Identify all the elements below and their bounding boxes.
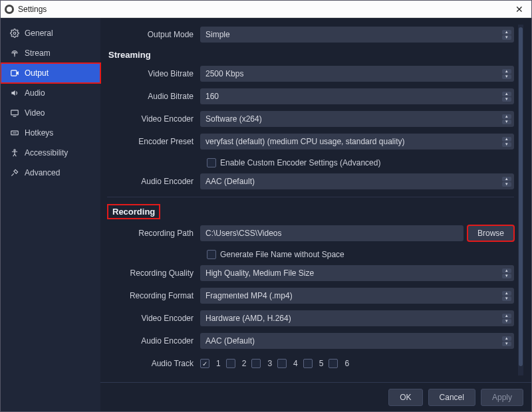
audio-track-group: ✓1 2 3 4 5 6 (200, 359, 514, 368)
sidebar: General Stream Output Audio Video Hotkey… (1, 18, 100, 411)
audio-track-label: Audio Track (107, 359, 200, 368)
audio-track-5-label: 5 (319, 359, 324, 368)
chevron-down-icon: ▾ (502, 120, 511, 124)
svg-rect-3 (11, 70, 17, 76)
sidebar-item-label: Audio (25, 88, 45, 98)
chevron-up-icon: ▴ (502, 177, 511, 181)
chevron-up-icon: ▴ (502, 336, 511, 341)
sidebar-item-video[interactable]: Video (1, 103, 100, 123)
chevron-up-icon: ▴ (502, 314, 511, 318)
sidebar-item-audio[interactable]: Audio (1, 83, 100, 103)
audio-track-4-checkbox[interactable] (277, 359, 287, 368)
gen-filename-label: Generate File Name without Space (220, 250, 344, 259)
sidebar-item-label: Accessibility (25, 148, 68, 157)
main-panel: Output Mode Simple ▴▾ Streaming Video Bi… (100, 18, 531, 382)
sidebar-item-advanced[interactable]: Advanced (1, 163, 100, 183)
audio-track-1-label: 1 (216, 359, 221, 368)
scrollbar[interactable] (518, 25, 523, 375)
enable-custom-encoder-checkbox[interactable] (207, 158, 216, 167)
sidebar-item-stream[interactable]: Stream (1, 43, 100, 63)
encoder-preset-select[interactable]: veryfast (default) (medium CPU usage, st… (200, 134, 514, 150)
gen-filename-checkbox[interactable] (207, 250, 216, 259)
output-mode-value: Simple (205, 30, 230, 39)
chevron-up-icon: ▴ (502, 30, 511, 35)
sidebar-item-hotkeys[interactable]: Hotkeys (1, 123, 100, 143)
streaming-video-encoder-label: Video Encoder (107, 114, 200, 124)
chevron-up-icon: ▴ (502, 92, 511, 96)
svg-point-8 (14, 150, 15, 151)
enable-custom-encoder-label: Enable Custom Encoder Settings (Advanced… (220, 158, 380, 167)
chevron-down-icon: ▾ (502, 182, 511, 187)
streaming-audio-encoder-select[interactable]: AAC (Default)▴▾ (200, 173, 514, 189)
apply-button[interactable]: Apply (481, 389, 523, 406)
output-icon (10, 68, 19, 78)
streaming-video-encoder-select[interactable]: Software (x264)▴▾ (200, 111, 514, 127)
sidebar-item-label: Stream (25, 49, 51, 58)
recording-video-encoder-label: Video Encoder (107, 314, 200, 323)
streaming-section-title: Streaming (107, 47, 514, 64)
sidebar-item-label: Output (25, 68, 49, 78)
browse-button[interactable]: Browse (467, 225, 514, 241)
recording-video-encoder-select[interactable]: Hardware (AMD, H.264)▴▾ (200, 310, 514, 326)
chevron-up-icon: ▴ (502, 137, 511, 142)
chevron-down-icon: ▾ (502, 142, 511, 147)
audio-track-6-label: 6 (344, 359, 349, 368)
recording-format-select[interactable]: Fragmented MP4 (.mp4)▴▾ (200, 288, 514, 304)
video-bitrate-input[interactable]: 2500 Kbps▴▾ (200, 66, 514, 82)
chevron-up-icon[interactable]: ▴ (502, 69, 511, 74)
ok-button[interactable]: OK (388, 389, 422, 406)
sidebar-item-accessibility[interactable]: Accessibility (1, 143, 100, 163)
chevron-down-icon: ▾ (502, 342, 511, 346)
recording-quality-label: Recording Quality (107, 268, 200, 278)
audio-track-6-checkbox[interactable] (329, 359, 338, 368)
audio-bitrate-select[interactable]: 160▴▾ (200, 88, 514, 104)
recording-quality-select[interactable]: High Quality, Medium File Size▴▾ (200, 265, 514, 281)
scrollbar-thumb[interactable] (519, 27, 523, 366)
chevron-down-icon: ▾ (502, 274, 511, 278)
window-title: Settings (18, 5, 511, 14)
recording-audio-encoder-select[interactable]: AAC (Default)▴▾ (200, 333, 514, 349)
chevron-up-icon: ▴ (502, 291, 511, 296)
close-icon[interactable]: ✕ (511, 4, 527, 15)
app-icon (5, 5, 14, 14)
chevron-down-icon: ▾ (502, 319, 511, 324)
audio-track-3-checkbox[interactable] (251, 359, 261, 368)
recording-format-label: Recording Format (107, 291, 200, 300)
tools-icon (10, 168, 19, 177)
audio-track-3-label: 3 (267, 359, 272, 368)
video-bitrate-label: Video Bitrate (107, 69, 200, 78)
cancel-button[interactable]: Cancel (428, 389, 475, 406)
keyboard-icon (10, 128, 19, 138)
audio-bitrate-label: Audio Bitrate (107, 92, 200, 101)
output-mode-label: Output Mode (107, 30, 200, 39)
svg-rect-4 (11, 110, 19, 115)
divider (107, 197, 514, 197)
sidebar-item-output[interactable]: Output (1, 63, 100, 83)
chevron-down-icon: ▾ (502, 97, 511, 102)
recording-audio-encoder-label: Audio Encoder (107, 336, 200, 346)
svg-point-0 (13, 32, 16, 35)
sidebar-item-label: Advanced (25, 168, 60, 177)
gear-icon (10, 29, 19, 38)
audio-track-2-checkbox[interactable] (226, 359, 235, 368)
audio-track-5-checkbox[interactable] (303, 359, 313, 368)
audio-track-2-label: 2 (242, 359, 247, 368)
recording-path-input[interactable]: C:\Users\CSS\Videos (200, 225, 464, 241)
chevron-down-icon[interactable]: ▾ (502, 74, 511, 79)
sidebar-item-general[interactable]: General (1, 23, 100, 43)
encoder-preset-label: Encoder Preset (107, 137, 200, 146)
audio-track-4-label: 4 (293, 359, 298, 368)
monitor-icon (10, 108, 19, 118)
sidebar-item-label: General (25, 29, 53, 38)
output-mode-select[interactable]: Simple ▴▾ (200, 27, 514, 43)
sidebar-item-label: Video (25, 108, 45, 118)
sidebar-item-label: Hotkeys (25, 128, 53, 138)
chevron-down-icon: ▾ (502, 35, 511, 40)
antenna-icon (10, 49, 19, 58)
settings-window: Settings ✕ General Stream Output Audio (0, 0, 532, 412)
recording-section-title: Recording (107, 204, 160, 219)
accessibility-icon (10, 148, 19, 157)
audio-track-1-checkbox[interactable]: ✓ (200, 359, 209, 368)
streaming-audio-encoder-label: Audio Encoder (107, 177, 200, 186)
recording-path-label: Recording Path (107, 229, 200, 238)
